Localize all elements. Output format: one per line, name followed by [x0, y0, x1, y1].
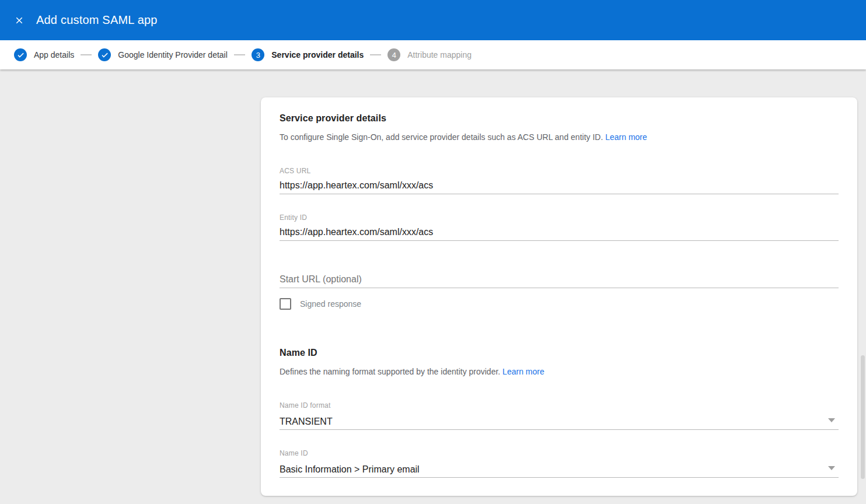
stepper: App details Google Identity Provider det…: [0, 40, 866, 69]
service-provider-card: Service provider details To configure Si…: [261, 97, 857, 496]
name-id-value: Basic Information > Primary email: [280, 464, 839, 475]
step-attribute-mapping[interactable]: 4 Attribute mapping: [387, 48, 472, 61]
name-id-format-select[interactable]: Name ID format TRANSIENT: [280, 401, 839, 430]
section-title-service-provider: Service provider details: [280, 113, 839, 124]
step-label: Google Identity Provider details: [118, 50, 228, 60]
step-number-badge: 3: [252, 48, 264, 61]
close-icon[interactable]: [12, 13, 26, 27]
step-separator: [234, 54, 245, 55]
start-url-input[interactable]: Start URL (optional): [280, 274, 839, 285]
signed-response-checkbox[interactable]: [280, 298, 291, 310]
step-label: App details: [34, 50, 74, 60]
name-id-select[interactable]: Name ID Basic Information > Primary emai…: [280, 449, 839, 478]
entity-id-label: Entity ID: [280, 214, 839, 222]
name-id-label: Name ID: [280, 449, 839, 457]
learn-more-link[interactable]: Learn more: [605, 132, 647, 142]
signed-response-row: Signed response: [280, 298, 839, 310]
step-separator: [81, 54, 92, 55]
name-id-format-label: Name ID format: [280, 401, 839, 410]
check-icon: [98, 48, 111, 61]
step-separator: [370, 54, 381, 55]
section-description: Defines the naming format supported by t…: [280, 367, 839, 376]
description-text: Defines the naming format supported by t…: [280, 367, 500, 376]
step-label: Service provider details: [271, 50, 364, 60]
entity-id-input[interactable]: https://app.heartex.com/saml/xxx/acs: [280, 227, 839, 237]
step-number-badge: 4: [387, 48, 400, 61]
chevron-down-icon[interactable]: [828, 418, 835, 422]
entity-id-field[interactable]: Entity ID https://app.heartex.com/saml/x…: [280, 214, 839, 241]
description-text: To configure Single Sign-On, add service…: [280, 132, 603, 142]
name-id-format-value: TRANSIENT: [280, 416, 839, 427]
step-google-idp-details[interactable]: Google Identity Provider details: [98, 48, 228, 61]
dialog-title: Add custom SAML app: [36, 13, 158, 27]
step-service-provider-details[interactable]: 3 Service provider details: [252, 48, 364, 61]
acs-url-label: ACS URL: [280, 167, 839, 175]
dialog-header: Add custom SAML app: [0, 0, 866, 40]
acs-url-field[interactable]: ACS URL https://app.heartex.com/saml/xxx…: [280, 167, 839, 194]
step-label: Attribute mapping: [407, 50, 472, 60]
step-app-details[interactable]: App details: [14, 48, 74, 61]
section-title-name-id: Name ID: [280, 348, 839, 358]
dialog-body: Service provider details To configure Si…: [0, 69, 866, 504]
step-number: 4: [392, 51, 396, 60]
start-url-field[interactable]: Start URL (optional): [280, 274, 839, 288]
chevron-down-icon[interactable]: [828, 466, 835, 470]
signed-response-label: Signed response: [300, 299, 361, 309]
acs-url-input[interactable]: https://app.heartex.com/saml/xxx/acs: [280, 180, 839, 191]
step-number: 3: [256, 51, 260, 60]
vertical-scrollbar[interactable]: [861, 355, 865, 479]
check-icon: [14, 48, 27, 61]
learn-more-link[interactable]: Learn more: [502, 367, 544, 376]
section-description: To configure Single Sign-On, add service…: [280, 132, 839, 142]
